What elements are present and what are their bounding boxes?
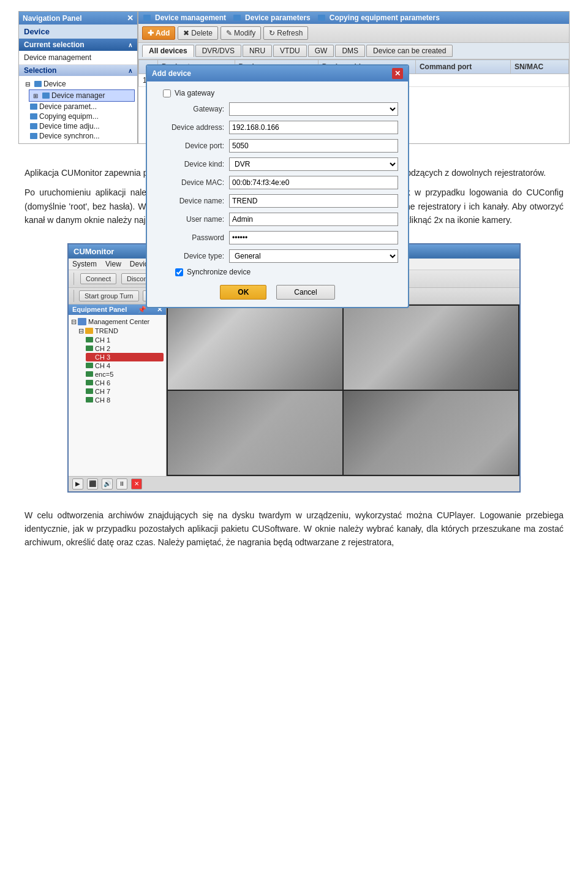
- tree-root-device[interactable]: ⊟ Device: [21, 78, 135, 89]
- copying-tab-icon: [318, 15, 325, 21]
- col-header-sn-mac: SN/MAC: [510, 60, 568, 74]
- tree-leaf-icon: ⊞: [31, 91, 40, 100]
- device-type-label: Device type:: [157, 252, 224, 260]
- device-address-row: Device address:: [157, 121, 398, 134]
- cu-tree-enc5[interactable]: enc=5: [86, 370, 164, 379]
- filter-tab-dvr-dvs[interactable]: DVR/DVS: [195, 45, 241, 57]
- bottom-btn-close[interactable]: ✕: [131, 478, 142, 489]
- nav-current-selection-label: Current selection: [24, 40, 85, 49]
- bottom-btn-pause[interactable]: ⏸: [116, 478, 127, 489]
- cu-tree-management-center[interactable]: ⊟ Management Center: [71, 317, 164, 327]
- start-group-turn-button[interactable]: Start group Turn: [79, 290, 139, 301]
- dialog-close-button[interactable]: ✕: [392, 68, 403, 79]
- device-management-link[interactable]: Device management: [19, 51, 137, 65]
- time-adj-icon: [30, 123, 37, 129]
- modify-button[interactable]: ✎ Modify: [221, 26, 261, 40]
- gateway-row: Gateway:: [157, 102, 398, 116]
- sync-device-checkbox[interactable]: [175, 268, 183, 276]
- nav-panel-close-icon[interactable]: ✕: [127, 13, 134, 23]
- filter-tab-can-be-created[interactable]: Device can be created: [366, 45, 453, 57]
- main-titlebar: Device management Device parameters Copy…: [138, 12, 569, 24]
- main-tab-device-params[interactable]: Device parameters: [233, 13, 311, 22]
- col-header-command-port: Command port: [415, 60, 510, 74]
- current-selection-collapse-icon[interactable]: [128, 40, 132, 49]
- filter-tab-nru[interactable]: NRU: [243, 45, 272, 57]
- ch2-cam-icon: [86, 346, 93, 351]
- cu-app-title: CUMonitor: [74, 247, 114, 256]
- via-gateway-checkbox[interactable]: [163, 89, 171, 97]
- main-tab-device-params-label: Device parameters: [245, 13, 311, 22]
- nav-panel-title: Navigation Panel: [23, 14, 82, 23]
- nav-device-title: Device: [19, 25, 137, 39]
- password-input[interactable]: [229, 231, 398, 244]
- cu-tree-ch2[interactable]: CH 2: [86, 344, 164, 353]
- bottom-btn-2[interactable]: ⬛: [87, 478, 98, 489]
- ch6-cam-icon: [86, 380, 93, 385]
- cu-tree-ch7[interactable]: CH 7: [86, 387, 164, 396]
- nav-tree: ⊟ Device ⊞ Device manager Device paramet…: [19, 76, 137, 143]
- filter-tab-dms[interactable]: DMS: [335, 45, 365, 57]
- main-panel: Device management Device parameters Copy…: [138, 11, 570, 144]
- tree-minus-icon: ⊟: [23, 79, 32, 89]
- cu-video-cell-2[interactable]: [344, 306, 518, 390]
- nav-selection-header: Selection: [19, 65, 137, 76]
- filter-tab-vtdu[interactable]: VTDU: [273, 45, 307, 57]
- tree-root-label: Device: [43, 80, 66, 88]
- dialog-cancel-button[interactable]: Cancel: [276, 285, 334, 300]
- tree-label-device-params: Device paramet...: [39, 102, 97, 111]
- tree-label-sync: Device synchron...: [39, 132, 100, 140]
- cu-bottom-bar: ▶ ⬛ 🔊 ⏸ ✕: [69, 476, 519, 491]
- enc5-cam-icon: [86, 371, 93, 377]
- modify-icon: ✎: [226, 29, 232, 37]
- main-tab-copying[interactable]: Copying equipment parameters: [318, 13, 440, 22]
- equipment-panel-pin-icon[interactable]: 📌: [138, 306, 146, 314]
- filter-tab-gw[interactable]: GW: [308, 45, 334, 57]
- cu-tree-ch4[interactable]: CH 4: [86, 361, 164, 370]
- password-label: Password: [157, 233, 224, 242]
- device-address-input[interactable]: [229, 121, 398, 134]
- menu-view[interactable]: View: [105, 260, 121, 268]
- cu-video-cell-1[interactable]: [168, 306, 342, 390]
- tree-item-sync[interactable]: Device synchron...: [29, 131, 135, 141]
- device-kind-select[interactable]: DVR: [229, 157, 398, 171]
- tree-item-device-manager[interactable]: ⊞ Device manager: [29, 89, 135, 102]
- connect-button[interactable]: Connect: [80, 273, 116, 284]
- main-tab-device-mgmt-label: Device management: [155, 13, 226, 22]
- nav-selection-label: Selection: [24, 66, 56, 75]
- device-name-input[interactable]: [229, 194, 398, 208]
- gateway-select[interactable]: [229, 102, 398, 116]
- tree-item-time-adj[interactable]: Device time adju...: [29, 121, 135, 131]
- cu-video-1: [168, 306, 342, 390]
- dialog-ok-button[interactable]: OK: [220, 285, 266, 300]
- cu-tree-ch1[interactable]: CH 1: [86, 336, 164, 344]
- cu-tree-trend[interactable]: ⊟ TREND: [78, 327, 164, 336]
- device-kind-row: Device kind: DVR: [157, 157, 398, 171]
- tree-label-time-adj: Device time adju...: [39, 122, 100, 130]
- cu-video-area: [167, 304, 519, 476]
- add-button[interactable]: ✚ Add: [142, 26, 175, 40]
- menu-system[interactable]: System: [72, 260, 97, 268]
- tree-item-device-params[interactable]: Device paramet...: [29, 102, 135, 111]
- device-mac-input[interactable]: [229, 176, 398, 189]
- delete-button[interactable]: ✖ Delete: [178, 26, 218, 40]
- user-name-input[interactable]: [229, 213, 398, 226]
- cu-video-cell-4[interactable]: [344, 391, 518, 475]
- cu-video-cell-3[interactable]: [168, 391, 342, 475]
- selection-collapse-icon[interactable]: [128, 66, 132, 75]
- filter-tab-all-devices[interactable]: All devices: [142, 45, 194, 57]
- tree-item-copying[interactable]: Copying equipm...: [29, 111, 135, 121]
- cu-main: Equipment Panel 📌 ✕ ⊟ Management Center …: [69, 304, 519, 476]
- refresh-button[interactable]: ↻ Refresh: [263, 26, 308, 40]
- ch3-cam-icon: [86, 354, 93, 360]
- main-tab-device-mgmt[interactable]: Device management: [143, 13, 226, 22]
- toolbar: ✚ Add ✖ Delete ✎ Modify ↻ Refresh: [138, 24, 569, 43]
- device-type-select[interactable]: General: [229, 249, 398, 263]
- text-section-2: W celu odtworzenia archiwów znajdujących…: [0, 499, 588, 565]
- cu-tree-ch8[interactable]: CH 8: [86, 396, 164, 404]
- bottom-btn-1[interactable]: ▶: [72, 478, 83, 489]
- ch1-cam-icon: [86, 337, 93, 342]
- cu-tree-ch6[interactable]: CH 6: [86, 379, 164, 387]
- cu-tree-ch3[interactable]: CH 3: [86, 353, 164, 361]
- bottom-btn-3[interactable]: 🔊: [102, 478, 113, 489]
- device-port-input[interactable]: [229, 139, 398, 153]
